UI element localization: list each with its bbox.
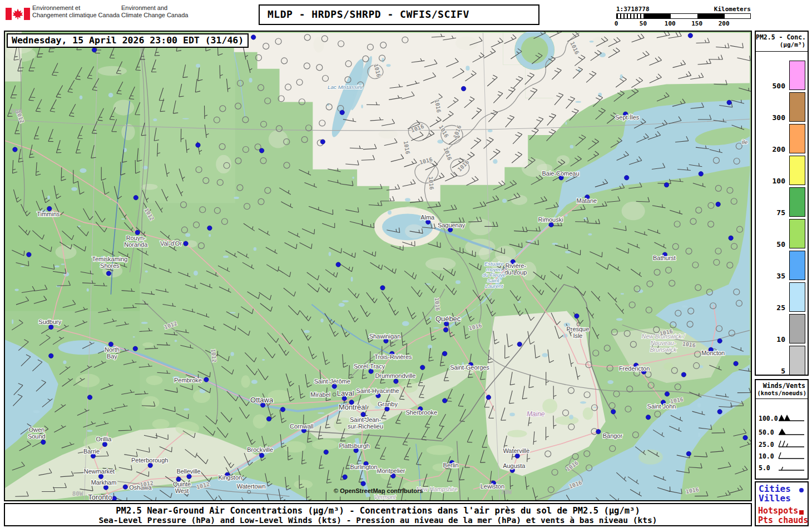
- city-dot: [13, 147, 17, 152]
- city-dot: [376, 393, 380, 398]
- city-dot: [280, 407, 285, 412]
- city-label: Bay: [107, 353, 117, 360]
- city-label: Cornwall: [290, 423, 314, 430]
- city-dot: [394, 379, 398, 383]
- city-dot: [187, 474, 191, 479]
- city-label: Plattsburgh: [339, 442, 369, 449]
- wind-barb-icon: [772, 451, 806, 462]
- city-label: Baie-Comeau: [542, 170, 580, 177]
- city-label: Toronto: [88, 493, 112, 500]
- caption-line-2: Sea-Level Pressure (hPa) and Low-Level W…: [5, 516, 751, 525]
- city-label: Rimouski: [538, 216, 563, 223]
- caption-line-1: PM2.5 Near-Ground Air Concentrations (µg…: [5, 506, 751, 516]
- hotspots-label-en: Hotspots: [758, 506, 798, 516]
- pm25-swatch-35: [789, 251, 805, 280]
- wind-speed-label: 5.0: [759, 464, 770, 472]
- pm25-swatch-5: [789, 346, 805, 375]
- scale-tick: 150: [691, 20, 702, 27]
- city-dot: [27, 252, 31, 257]
- city-label: Alma: [420, 214, 435, 221]
- city-dot: [743, 435, 747, 440]
- city-dot: [320, 140, 325, 144]
- city-label: Owen: [29, 426, 45, 433]
- city-label: Sorel-Tracy: [354, 363, 385, 370]
- city-dot: [420, 365, 425, 370]
- city-dot: [98, 474, 103, 479]
- city-label: Val-d'Or: [160, 240, 182, 247]
- city-label: Matane: [577, 197, 597, 204]
- city-dot: [461, 86, 466, 91]
- pm25-bin-label: 300: [773, 113, 785, 122]
- pm25-swatch-75: [789, 187, 805, 217]
- hotspots-label-fr: Pts chauds: [758, 515, 808, 525]
- map-canvas: TimminsRouyn-NorandaVal-d'OrTemiskamingS…: [4, 31, 752, 501]
- city-label: Berlin: [443, 462, 459, 469]
- org-name-en: Environment and Climate Change Canada: [121, 4, 188, 19]
- city-label: Montréal: [339, 403, 367, 411]
- city-label: Sherbrooke: [405, 409, 437, 416]
- divider: [756, 399, 808, 399]
- caption-box: PM2.5 Near-Ground Air Concentrations (µg…: [4, 503, 752, 526]
- city-dot: [716, 202, 720, 206]
- graticule-label: 70W: [501, 489, 512, 496]
- city-dot: [47, 206, 52, 211]
- pm25-swatch-25: [789, 282, 805, 312]
- scale-ratio: 1:3718778: [616, 6, 650, 13]
- pm25-bin-label: 200: [773, 145, 785, 153]
- city-dot: [135, 230, 140, 235]
- city-label: Brockville: [247, 446, 273, 453]
- city-label: Temiskaming: [92, 256, 127, 262]
- scale-ticks: 050100150200: [616, 20, 751, 28]
- city-dot: [102, 442, 107, 446]
- pm25-legend-units: (µg/m³): [756, 41, 808, 50]
- scale-strip: [616, 13, 751, 19]
- city-dot: [575, 313, 579, 318]
- scale-unit: Kilometers: [714, 6, 751, 13]
- city-dot: [549, 222, 553, 227]
- scale-tick: 50: [640, 20, 647, 27]
- city-dot: [385, 407, 389, 411]
- pm25-bin-label: 35: [776, 272, 785, 280]
- geo-label: Vermont: [374, 494, 396, 500]
- city-dot: [361, 481, 365, 486]
- city-dot: [665, 392, 669, 396]
- city-dot: [442, 351, 447, 356]
- city-dot: [727, 100, 731, 104]
- city-label: Presque: [567, 326, 590, 332]
- city-label: Pembroke: [174, 377, 202, 383]
- osm-attribution: © OpenStreetMap contributors: [334, 487, 423, 494]
- city-label: sur-Richelieu: [348, 423, 383, 430]
- city-dot: [664, 183, 669, 187]
- city-label: West: [175, 487, 189, 494]
- city-label: Bangor: [603, 432, 623, 439]
- pm25-bin-label: 50: [776, 240, 785, 248]
- city-dot: [251, 35, 255, 39]
- geo-label: Nouveau-: [651, 340, 676, 346]
- wind-barb-icon: [772, 427, 806, 439]
- pm25-bin-label: 25: [776, 303, 785, 312]
- city-dot: [266, 417, 271, 421]
- scale-tick: 100: [665, 20, 676, 27]
- city-dot: [391, 474, 395, 478]
- city-dot: [734, 361, 738, 366]
- isobar-label: 1016: [428, 176, 435, 190]
- city-label: Shawinigan: [369, 333, 401, 340]
- city-label: Saguenay: [438, 222, 466, 228]
- city-dot: [686, 451, 691, 456]
- city-dot: [596, 429, 601, 434]
- city-label: Watertown: [237, 483, 266, 490]
- weather-map-page: { "header": { "org_fr_line1": "Environne…: [0, 0, 812, 528]
- city-dot: [332, 384, 336, 388]
- pm25-bin-label: 500: [773, 82, 785, 90]
- city-dot: [343, 475, 347, 479]
- pm25-swatch-100: [789, 156, 805, 185]
- city-dot: [717, 410, 722, 414]
- city-label: Newmarket: [84, 468, 115, 475]
- city-dot: [207, 226, 212, 230]
- city-dot: [106, 271, 111, 276]
- city-label: Waterville: [503, 447, 529, 454]
- divider: [756, 51, 808, 52]
- city-label: Peterborough: [131, 457, 168, 464]
- city-label: du-Loup: [504, 269, 527, 276]
- map-svg: TimminsRouyn-NorandaVal-d'OrTemiskamingS…: [5, 32, 751, 500]
